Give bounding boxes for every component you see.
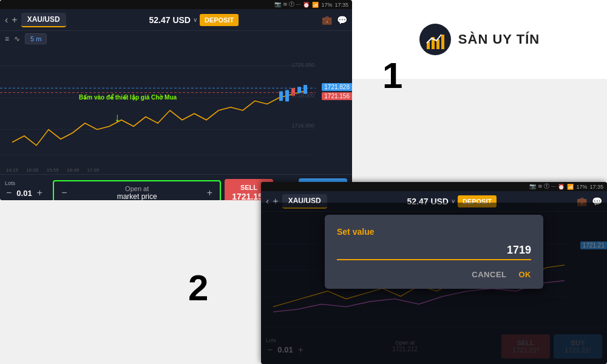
time-text-2: 17:35 bbox=[589, 184, 603, 190]
lots-increase-button[interactable]: + bbox=[36, 187, 44, 198]
price-arrow: ∨ bbox=[193, 16, 197, 23]
lots-value: 0.01 bbox=[16, 189, 32, 198]
grid-price-1725: 1725.000 bbox=[291, 62, 314, 68]
brand-name: SÀN UY TÍN bbox=[458, 32, 540, 47]
top-bar-icons: 💼 💬 bbox=[322, 15, 347, 25]
set-value-modal: Set value 1719 CANCEL OK bbox=[325, 215, 543, 289]
nav-add-button[interactable]: + bbox=[12, 15, 17, 25]
wifi-icon: 📶 bbox=[312, 2, 319, 8]
lots-label: Lots bbox=[5, 180, 15, 186]
modal-input-value[interactable]: 1719 bbox=[507, 244, 531, 257]
status-icons: 📷 ≋ ⓕ ··· bbox=[274, 1, 300, 8]
time-axis: 14:15 15:05 15:55 16:45 17:35 bbox=[6, 167, 99, 173]
brand-logo-icon bbox=[419, 24, 451, 55]
time-text: 17:35 bbox=[334, 2, 348, 8]
battery-text-2: 17% bbox=[576, 184, 587, 190]
step-number-2: 2 bbox=[188, 267, 208, 309]
panel-2: 📷 ≋ ⓕ ··· ⏰ 📶 17% 17:35 ‹ + XAU/USD 52.4… bbox=[261, 182, 607, 364]
step-number-1: 1 bbox=[382, 55, 402, 96]
status-bar-1: 📷 ≋ ⓕ ··· ⏰ 📶 17% 17:35 bbox=[0, 0, 352, 9]
annotation-arrow-icon: ↓ bbox=[114, 110, 120, 124]
timeframe-button[interactable]: 5 m bbox=[25, 33, 47, 44]
margin-label: MARGIN 34.44 USD bbox=[5, 200, 49, 200]
message-icon[interactable]: 💬 bbox=[337, 15, 347, 25]
modal-title: Set value bbox=[337, 227, 531, 237]
alarm-icon-2: ⏰ bbox=[558, 184, 565, 190]
chart-toolbar-1: ≡ ∿ 5 m bbox=[0, 31, 352, 47]
wifi-icon-2: 📶 bbox=[567, 184, 574, 190]
chart-area-1: 1725.000 1719.000 1716.000 1721.828 1721… bbox=[0, 47, 352, 174]
svg-rect-6 bbox=[279, 92, 283, 101]
battery-text: 17% bbox=[321, 2, 332, 8]
svg-rect-15 bbox=[441, 35, 444, 49]
modal-overlay: Set value 1719 CANCEL OK bbox=[261, 203, 607, 364]
open-at-label: Open at bbox=[117, 185, 157, 192]
open-at-value: market price bbox=[117, 192, 157, 201]
open-at-button[interactable]: − Open at market price + bbox=[53, 180, 221, 201]
panel-1: 📷 ≋ ⓕ ··· ⏰ 📶 17% 17:35 ‹ + XAU/USD 52.4… bbox=[0, 0, 352, 200]
nav-back-button[interactable]: ‹ bbox=[5, 15, 8, 25]
tab-xauusd[interactable]: XAU/USD bbox=[21, 13, 66, 27]
status-icons-2: 📷 ≋ ⓕ ··· bbox=[529, 183, 555, 190]
modal-cancel-button[interactable]: CANCEL bbox=[472, 270, 506, 279]
top-bar-1: ‹ + XAU/USD 52.47 USD ∨ DEPOSIT 💼 💬 bbox=[0, 9, 352, 31]
status-bar-2: 📷 ≋ ⓕ ··· ⏰ 📶 17% 17:35 bbox=[261, 182, 607, 191]
wallet-icon[interactable]: 💼 bbox=[322, 15, 332, 25]
open-at-decrease-button[interactable]: − bbox=[60, 187, 68, 198]
ask-price-label: 1721.828 bbox=[322, 83, 352, 91]
alarm-icon: ⏰ bbox=[303, 2, 310, 8]
modal-input-row: 1719 bbox=[337, 244, 531, 260]
trend-icon[interactable]: ∿ bbox=[14, 35, 20, 43]
grid-price-1716: 1716.000 bbox=[291, 123, 314, 129]
layers-icon[interactable]: ≡ bbox=[5, 35, 9, 43]
svg-rect-7 bbox=[285, 90, 289, 101]
open-at-increase-button[interactable]: + bbox=[206, 187, 214, 198]
grid-price-1719: 1719.000 bbox=[291, 92, 314, 98]
price-display: 52.47 USD bbox=[149, 15, 190, 25]
deposit-button[interactable]: DEPOSIT bbox=[200, 14, 239, 26]
modal-buttons: CANCEL OK bbox=[337, 270, 531, 279]
bid-price-label: 1721.156 bbox=[322, 92, 352, 100]
lots-decrease-button[interactable]: − bbox=[5, 187, 13, 198]
modal-ok-button[interactable]: OK bbox=[519, 270, 532, 279]
